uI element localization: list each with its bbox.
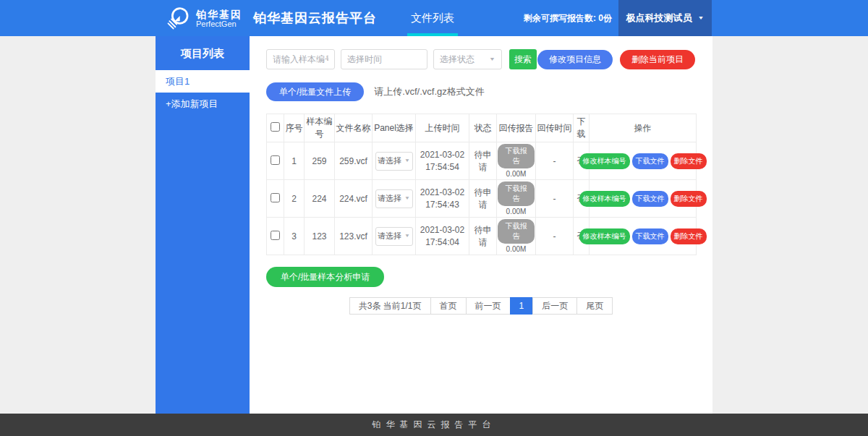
upload-format-hint: 请上传.vcf/.vcf.gz格式文件 (374, 85, 484, 98)
chevron-down-icon: ▼ (404, 158, 410, 163)
download-file-button[interactable]: 下载文件 (632, 153, 668, 169)
panel-select-value: 请选择 (378, 155, 401, 166)
status-select-value: 选择状态 (440, 54, 475, 66)
chevron-down-icon: ▼ (489, 56, 495, 62)
logo-icon (165, 6, 191, 32)
edit-project-button[interactable]: 修改项目信息 (537, 50, 613, 69)
col-report: 回传报告 (497, 114, 536, 142)
pagination-summary: 共3条 当前1/1页 (349, 297, 431, 315)
cell-status: 待申请 (469, 142, 497, 180)
chevron-down-icon: ▼ (404, 234, 410, 239)
row-checkbox[interactable] (271, 231, 280, 240)
upload-date: 2021-03-02 (417, 187, 468, 199)
report-size: 0.00M (498, 208, 535, 215)
pagination: 共3条 当前1/1页 首页 前一页 1 后一页 尾页 (266, 297, 697, 315)
cell-return-time: - (536, 142, 574, 180)
search-button[interactable]: 搜索 (509, 49, 537, 69)
report-size: 0.00M (498, 245, 535, 253)
col-upload-time: 上传时间 (416, 114, 469, 142)
main-content: 选择状态 ▼ 搜索 修改项目信息 删除当前项目 单个/批量文件上传 请上传.vc… (250, 36, 712, 414)
left-gutter (0, 36, 156, 414)
user-name: 极点科技测试员 (626, 12, 692, 25)
cell-index: 2 (284, 180, 305, 218)
download-file-button[interactable]: 下载文件 (632, 228, 668, 244)
logo: 铂华基因 PerfectGen (165, 6, 242, 32)
file-table: 序号 样本编号 文件名称 Panel选择 上传时间 状态 回传报告 回传时间 下… (266, 114, 697, 255)
col-panel: Panel选择 (373, 114, 416, 142)
row-checkbox[interactable] (271, 193, 280, 202)
panel-select-value: 请选择 (378, 193, 401, 204)
edit-sample-button[interactable]: 修改样本编号 (579, 228, 630, 244)
download-report-button[interactable]: 下载报告 (498, 181, 535, 206)
delete-project-button[interactable]: 删除当前项目 (620, 50, 695, 69)
filter-row: 选择状态 ▼ 搜索 修改项目信息 删除当前项目 (266, 49, 697, 69)
header: 铂华基因 PerfectGen 铂华基因云报告平台 文件列表 剩余可撰写报告数:… (0, 0, 868, 36)
user-menu[interactable]: 极点科技测试员 ▼ (618, 0, 712, 36)
panel-select[interactable]: 请选择 ▼ (375, 227, 413, 246)
footer: 铂华基因云报告平台 (0, 414, 868, 436)
cell-return-time: - (536, 218, 574, 255)
upload-row: 单个/批量文件上传 请上传.vcf/.vcf.gz格式文件 (266, 82, 697, 101)
logo-text: 铂华基因 PerfectGen (196, 9, 242, 28)
report-size: 0.00M (498, 170, 535, 178)
sidebar-title: 项目列表 (156, 36, 250, 70)
panel-select[interactable]: 请选择 ▼ (375, 189, 413, 208)
download-report-button[interactable]: 下载报告 (498, 144, 535, 168)
col-index: 序号 (284, 114, 305, 142)
upload-time: 17:54:54 (417, 161, 468, 174)
pagination-page-1[interactable]: 1 (510, 297, 534, 315)
col-actions: 操作 (590, 114, 697, 142)
time-picker-input[interactable] (341, 49, 427, 69)
row-checkbox[interactable] (271, 155, 280, 165)
delete-file-button[interactable]: 删除文件 (671, 153, 707, 169)
col-sample-no: 样本编号 (305, 114, 335, 142)
analysis-request-button[interactable]: 单个/批量样本分析申请 (266, 267, 384, 287)
pagination-last[interactable]: 尾页 (576, 297, 613, 315)
row-actions: 修改样本编号 下载文件 删除文件 (590, 191, 695, 207)
delete-file-button[interactable]: 删除文件 (671, 191, 707, 207)
upload-date: 2021-03-02 (417, 224, 468, 236)
download-file-button[interactable]: 下载文件 (632, 191, 668, 207)
col-status: 状态 (469, 114, 497, 142)
pagination-next[interactable]: 后一页 (532, 297, 577, 315)
sidebar-item-project-1[interactable]: 项目1 (156, 70, 250, 93)
page: 铂华基因 PerfectGen 铂华基因云报告平台 文件列表 剩余可撰写报告数:… (0, 0, 868, 436)
cell-index: 1 (284, 142, 305, 180)
table-row: 1 259 259.vcf 请选择 ▼ 2021-03-02 17:54:54 … (267, 142, 697, 180)
cell-report: 下载报告 0.00M (497, 218, 536, 255)
cell-index: 3 (284, 218, 305, 255)
logo-name-cn: 铂华基因 (196, 9, 242, 20)
cell-sample-no: 224 (305, 180, 335, 218)
tab-file-list[interactable]: 文件列表 (407, 0, 458, 36)
chevron-down-icon: ▼ (404, 196, 410, 201)
cell-file-name: 224.vcf (335, 180, 373, 218)
page-title: 铂华基因云报告平台 (253, 0, 377, 36)
sidebar: 项目列表 项目1 +添加新项目 (156, 36, 250, 414)
cell-upload-time: 2021-03-02 17:54:04 (416, 218, 469, 255)
upload-files-button[interactable]: 单个/批量文件上传 (266, 82, 364, 101)
select-all-cell (267, 114, 284, 142)
sidebar-item-add-project[interactable]: +添加新项目 (156, 93, 250, 115)
table-row: 3 123 123.vcf 请选择 ▼ 2021-03-02 17:54:04 … (267, 218, 697, 255)
pagination-first[interactable]: 首页 (430, 297, 467, 315)
edit-sample-button[interactable]: 修改样本编号 (579, 191, 630, 207)
right-gutter (712, 36, 868, 414)
cell-report: 下载报告 0.00M (497, 180, 536, 218)
chevron-down-icon: ▼ (698, 15, 705, 21)
body: 项目列表 项目1 +添加新项目 选择状态 ▼ 搜索 修改项目信息 删除当前项目 … (0, 36, 868, 414)
upload-time: 17:54:04 (417, 236, 468, 249)
edit-sample-button[interactable]: 修改样本编号 (579, 153, 630, 169)
row-actions: 修改样本编号 下载文件 删除文件 (590, 153, 695, 169)
sample-number-input[interactable] (266, 49, 335, 69)
delete-file-button[interactable]: 删除文件 (671, 228, 707, 244)
download-report-button[interactable]: 下载报告 (498, 219, 535, 244)
panel-select[interactable]: 请选择 ▼ (375, 152, 413, 171)
cell-sample-no: 123 (305, 218, 335, 255)
col-download: 下载 (574, 114, 590, 142)
table-header-row: 序号 样本编号 文件名称 Panel选择 上传时间 状态 回传报告 回传时间 下… (267, 114, 697, 142)
cell-report: 下载报告 0.00M (497, 142, 536, 180)
pagination-prev[interactable]: 前一页 (466, 297, 511, 315)
status-select[interactable]: 选择状态 ▼ (433, 49, 502, 69)
cell-status: 待申请 (469, 180, 497, 218)
select-all-checkbox[interactable] (271, 122, 280, 132)
